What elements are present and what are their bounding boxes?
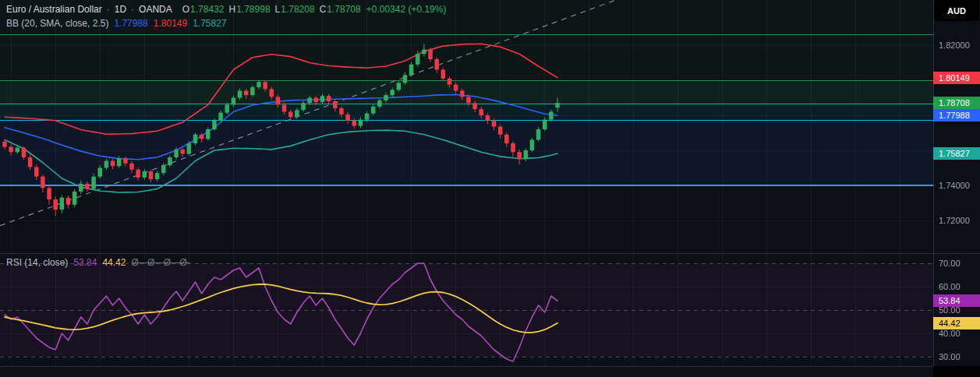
bb-lower-price-label: 1.75827 xyxy=(933,147,980,160)
price-axis-label: 1.82000 xyxy=(933,40,980,51)
bb-lower-value: 1.75827 xyxy=(193,18,226,29)
rsi-axis-label: 30.00 xyxy=(933,351,980,362)
last-price-label: 1.78708 xyxy=(933,97,980,109)
rsi-pane xyxy=(0,263,933,357)
interval-label[interactable]: 1D xyxy=(115,4,126,15)
rsi-legend: RSI (14, close) 53.84 44.42 Ø Ø Ø Ø xyxy=(6,257,190,268)
bb-upper-price-label: 1.80149 xyxy=(933,72,980,84)
close-label: C xyxy=(320,4,327,15)
rsi-axis-label: 60.00 xyxy=(933,281,980,292)
candle[interactable] xyxy=(53,196,58,216)
separator-dot: · xyxy=(131,4,134,15)
rsi-axis-label: 70.00 xyxy=(933,258,980,269)
bb-basis-value: 1.77988 xyxy=(114,18,147,29)
candle[interactable] xyxy=(41,174,45,192)
tradingview-chart-window: Euro / Australian Dollar · 1D · OANDA O1… xyxy=(0,0,980,377)
candle[interactable] xyxy=(530,138,535,152)
candle[interactable] xyxy=(536,127,541,141)
rsi-indicator-title[interactable]: RSI (14, close) xyxy=(6,257,68,268)
exchange-label[interactable]: OANDA xyxy=(139,4,172,15)
chart-canvas[interactable] xyxy=(0,0,980,377)
low-label: L xyxy=(275,4,281,15)
rsi-value-label: 53.84 xyxy=(933,294,980,307)
candle[interactable] xyxy=(66,196,71,209)
rsi-hidden-values: Ø Ø Ø Ø xyxy=(131,257,189,268)
open-label: O xyxy=(182,4,189,15)
low-value: 1.78208 xyxy=(281,4,314,15)
rsi-value: 53.84 xyxy=(73,257,97,268)
ohlc-values: O1.78432 H1.78998 L1.78208 C1.78708 xyxy=(178,4,361,15)
candle[interactable] xyxy=(60,195,65,213)
symbol-legend: Euro / Australian Dollar · 1D · OANDA O1… xyxy=(6,4,446,15)
high-value: 1.78998 xyxy=(236,4,270,15)
candle[interactable] xyxy=(73,189,77,208)
candle[interactable] xyxy=(47,185,51,205)
rsi-axis-label: 40.00 xyxy=(933,328,980,339)
change-value: +0.00342 (+0.19%) xyxy=(366,4,447,15)
bb-upper-value: 1.80149 xyxy=(154,18,187,29)
bb-legend: BB (20, SMA, close, 2.5) 1.77988 1.80149… xyxy=(6,18,227,29)
bottom-right-corner-panel xyxy=(933,366,980,377)
price-axis-label: 1.74000 xyxy=(933,180,980,191)
bb-indicator-title[interactable]: BB (20, SMA, close, 2.5) xyxy=(6,18,108,29)
close-value: 1.78708 xyxy=(327,4,360,15)
bb-basis-price-label: 1.77988 xyxy=(933,109,980,122)
rsi-ma-value-label: 44.42 xyxy=(933,317,980,329)
high-label: H xyxy=(229,4,236,15)
symbol-title[interactable]: Euro / Australian Dollar xyxy=(6,4,102,15)
price-axis-label: 1.72000 xyxy=(933,215,980,226)
currency-button[interactable]: AUD xyxy=(934,0,979,21)
separator-dot: · xyxy=(107,4,110,15)
rsi-ma-value: 44.42 xyxy=(102,257,126,268)
price-axis[interactable]: AUD 1.820001.740001.7200070.0060.0050.00… xyxy=(933,0,980,377)
candle[interactable] xyxy=(187,141,192,155)
open-value: 1.78432 xyxy=(190,4,224,15)
